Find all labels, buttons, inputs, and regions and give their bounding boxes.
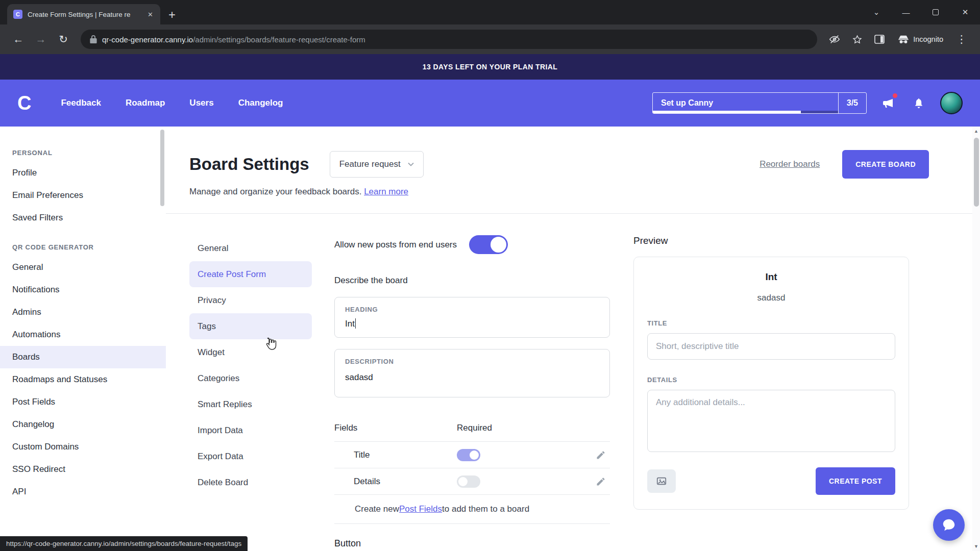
- incognito-badge: Incognito: [898, 35, 943, 44]
- heading-label: HEADING: [345, 306, 599, 313]
- preview-title-label: TITLE: [647, 319, 895, 327]
- image-icon: [655, 475, 668, 487]
- sidebar-section-workspace: QR CODE GENERATOR General Notifications …: [0, 243, 166, 503]
- bell-icon: [913, 96, 925, 110]
- create-post-button[interactable]: CREATE POST: [816, 467, 895, 495]
- close-button[interactable]: ✕: [950, 0, 980, 24]
- fields-table-header: Fields Required: [334, 423, 610, 441]
- sidebar-item-changelog[interactable]: Changelog: [0, 413, 166, 436]
- settings-nav-general[interactable]: General: [189, 235, 312, 261]
- settings-nav-smart-replies[interactable]: Smart Replies: [189, 391, 312, 417]
- nav-item-users[interactable]: Users: [189, 98, 213, 108]
- sidebar-item-saved-filters[interactable]: Saved Filters: [0, 207, 166, 229]
- sidebar-item-boards[interactable]: Boards: [0, 346, 166, 368]
- minimize-button[interactable]: —: [891, 0, 921, 24]
- button-section-label: Button: [334, 538, 610, 549]
- sidebar-item-sso-redirect[interactable]: SSO Redirect: [0, 458, 166, 481]
- new-tab-button[interactable]: +: [160, 9, 184, 21]
- forward-icon[interactable]: →: [31, 29, 51, 49]
- scrollbar-thumb[interactable]: [974, 138, 979, 207]
- settings-nav-privacy[interactable]: Privacy: [189, 287, 312, 313]
- preview-title-input[interactable]: [647, 333, 895, 360]
- sidebar-item-email-preferences[interactable]: Email Preferences: [0, 184, 166, 207]
- page-title: Board Settings: [189, 155, 309, 174]
- fields-footer: Create new Post Fields to add them to a …: [334, 494, 610, 524]
- settings-nav-categories[interactable]: Categories: [189, 365, 312, 391]
- preview-board-description: sadasd: [647, 293, 895, 303]
- maximize-button[interactable]: [921, 0, 950, 24]
- settings-nav-export-data[interactable]: Export Data: [189, 443, 312, 469]
- sidebar-item-roadmaps-statuses[interactable]: Roadmaps and Statuses: [0, 368, 166, 391]
- sidebar-section-personal: PERSONAL Profile Email Preferences Saved…: [0, 149, 166, 229]
- sidebar-item-custom-domains[interactable]: Custom Domains: [0, 436, 166, 458]
- settings-nav-create-post-form[interactable]: Create Post Form: [189, 261, 312, 287]
- preview-actions: CREATE POST: [647, 467, 895, 495]
- edit-details-button[interactable]: [596, 477, 606, 487]
- canny-logo[interactable]: C: [17, 93, 31, 113]
- settings-nav-widget[interactable]: Widget: [189, 339, 312, 365]
- notifications-button[interactable]: [910, 94, 928, 112]
- announcements-button[interactable]: [879, 94, 897, 112]
- edit-title-button[interactable]: [596, 450, 606, 460]
- url-text: qr-code-generator.canny.io/admin/setting…: [102, 35, 365, 44]
- nav-item-feedback[interactable]: Feedback: [61, 98, 101, 108]
- settings-columns: General Create Post Form Privacy Tags Wi…: [189, 235, 980, 549]
- window-controls: ⌄ — ✕: [862, 0, 980, 24]
- sidebar-item-general[interactable]: General: [0, 256, 166, 279]
- attach-image-button[interactable]: [647, 469, 676, 493]
- back-icon[interactable]: ←: [8, 29, 29, 49]
- learn-more-link[interactable]: Learn more: [364, 187, 408, 196]
- sidebar-item-notifications[interactable]: Notifications: [0, 279, 166, 301]
- tab-close-icon[interactable]: ✕: [145, 10, 155, 19]
- tab-search-icon[interactable]: ⌄: [862, 0, 891, 24]
- settings-nav-delete-board[interactable]: Delete Board: [189, 469, 312, 495]
- bookmark-star-icon[interactable]: [847, 29, 867, 49]
- field-details-label: Details: [334, 477, 457, 487]
- incognito-label: Incognito: [913, 35, 943, 43]
- user-avatar[interactable]: [940, 92, 963, 114]
- heading-value[interactable]: Int: [345, 318, 599, 329]
- settings-nav-tags[interactable]: Tags: [189, 313, 312, 339]
- browser-toolbar: ← → ↻ qr-code-generator.canny.io/admin/s…: [0, 24, 980, 54]
- address-bar[interactable]: qr-code-generator.canny.io/admin/setting…: [81, 30, 817, 49]
- scroll-down-icon[interactable]: ▼: [972, 544, 980, 549]
- preview-details-textarea[interactable]: [647, 390, 895, 452]
- required-header: Required: [457, 423, 492, 433]
- allow-posts-toggle[interactable]: [469, 235, 508, 254]
- field-title-label: Title: [334, 450, 457, 460]
- scroll-up-icon[interactable]: ▲: [972, 129, 980, 134]
- field-details-required-toggle[interactable]: [457, 475, 480, 488]
- browser-tab[interactable]: C Create Form Settings | Feature re ✕: [7, 4, 160, 24]
- post-fields-link[interactable]: Post Fields: [399, 504, 442, 514]
- description-value[interactable]: sadasd: [345, 372, 599, 383]
- browser-menu-icon[interactable]: ⋮: [951, 29, 972, 49]
- lock-icon: [90, 35, 97, 43]
- sidebar-item-profile[interactable]: Profile: [0, 162, 166, 184]
- description-fieldbox[interactable]: DESCRIPTION sadasd: [334, 349, 610, 397]
- eye-slash-icon[interactable]: [824, 29, 845, 49]
- page-scrollbar[interactable]: ▲ ▼: [972, 127, 980, 551]
- board-select[interactable]: Feature request: [330, 151, 424, 178]
- notification-dot: [893, 93, 897, 98]
- sidebar-item-admins[interactable]: Admins: [0, 301, 166, 323]
- heading-fieldbox[interactable]: HEADING Int: [334, 297, 610, 338]
- describe-board-label: Describe the board: [334, 276, 610, 286]
- sidebar-item-api[interactable]: API: [0, 481, 166, 503]
- nav-item-roadmap[interactable]: Roadmap: [126, 98, 165, 108]
- sidebar-item-post-fields[interactable]: Post Fields: [0, 391, 166, 413]
- browser-titlebar: C Create Form Settings | Feature re ✕ + …: [0, 0, 980, 24]
- create-board-button[interactable]: CREATE BOARD: [842, 150, 929, 179]
- tab-title: Create Form Settings | Feature re: [28, 11, 140, 18]
- side-panel-icon[interactable]: [869, 29, 890, 49]
- chat-launcher-button[interactable]: [933, 509, 965, 541]
- reload-icon[interactable]: ↻: [53, 29, 74, 49]
- setup-canny-widget[interactable]: Set up Canny 3/5: [652, 92, 867, 114]
- settings-nav-import-data[interactable]: Import Data: [189, 417, 312, 443]
- nav-item-changelog[interactable]: Changelog: [238, 98, 283, 108]
- field-title-required-toggle[interactable]: [457, 449, 480, 461]
- screen: C Create Form Settings | Feature re ✕ + …: [0, 0, 980, 551]
- sidebar-item-automations[interactable]: Automations: [0, 323, 166, 346]
- sidebar-scrollbar[interactable]: [160, 130, 164, 206]
- reorder-boards-link[interactable]: Reorder boards: [760, 159, 820, 169]
- board-settings-nav: General Create Post Form Privacy Tags Wi…: [189, 235, 312, 549]
